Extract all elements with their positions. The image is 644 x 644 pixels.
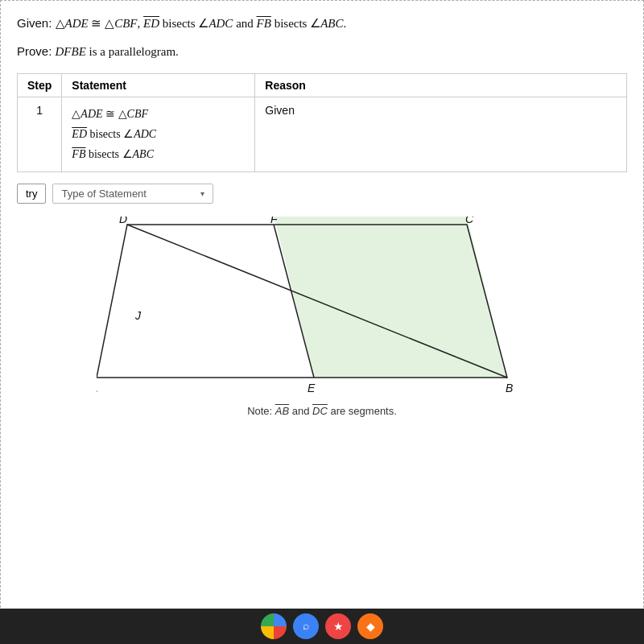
col-statement: Statement — [62, 74, 255, 97]
label-C: C — [465, 217, 474, 225]
reason-cell: Given — [255, 97, 627, 172]
prove-content: DFBE is a parallelogram. — [56, 45, 179, 58]
label-F: F — [270, 217, 279, 225]
given-label: Given: — [17, 16, 56, 30]
try-row: try Type of Statement ▾ — [17, 184, 627, 204]
diagram-area: D F C J A E B Note: AB and DC are segmen… — [17, 217, 627, 417]
label-E: E — [308, 382, 316, 394]
label-J: J — [134, 309, 142, 322]
type-of-statement-dropdown[interactable]: Type of Statement ▾ — [52, 184, 213, 204]
chrome-icon[interactable] — [261, 613, 287, 639]
chevron-down-icon: ▾ — [200, 189, 204, 198]
table-row: 1 △ADE ≅ △CBF ED bisects ∠ADC FB bisects… — [18, 97, 627, 172]
col-reason: Reason — [255, 74, 627, 97]
orange-app-icon[interactable]: ◆ — [357, 613, 383, 639]
prove-label: Prove: — [17, 44, 56, 58]
step-number: 1 — [18, 97, 62, 172]
main-container: Given: △ADE ≅ △CBF, ED bisects ∠ADC and … — [0, 0, 644, 644]
note-ab: AB — [275, 405, 289, 417]
proof-table: Step Statement Reason 1 △ADE ≅ △CBF ED b… — [17, 73, 627, 172]
prove-statement: Prove: DFBE is a parallelogram. — [17, 44, 627, 59]
label-B: B — [506, 382, 513, 394]
try-button[interactable]: try — [17, 184, 46, 204]
statement-line-2: ED bisects ∠ADC — [72, 124, 245, 144]
taskbar: ⌕ ★ ◆ — [0, 609, 644, 644]
statement-cell: △ADE ≅ △CBF ED bisects ∠ADC FB bisects ∠… — [62, 97, 255, 172]
given-content: △ADE ≅ △CBF, ED bisects ∠ADC and FB bise… — [56, 17, 347, 30]
dropdown-label: Type of Statement — [61, 188, 147, 200]
label-A: A — [97, 382, 97, 394]
blue-app-icon[interactable]: ⌕ — [293, 613, 319, 639]
label-D: D — [119, 217, 127, 225]
given-statement: Given: △ADE ≅ △CBF, ED bisects ∠ADC and … — [17, 14, 627, 33]
note-text: Note: AB and DC are segments. — [247, 405, 397, 417]
col-step: Step — [18, 74, 62, 97]
statement-line-3: FB bisects ∠ABC — [72, 144, 245, 164]
geometry-diagram: D F C J A E B — [97, 217, 547, 402]
statement-line-1: △ADE ≅ △CBF — [72, 104, 245, 124]
note-dc: DC — [312, 405, 328, 417]
red-app-icon[interactable]: ★ — [325, 613, 351, 639]
